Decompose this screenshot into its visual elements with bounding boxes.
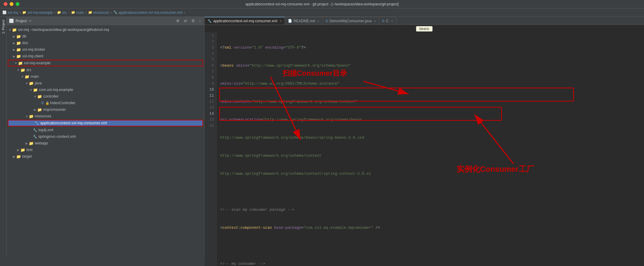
lock-icon: 🔒: [45, 101, 49, 105]
tab-c-icon: C: [382, 19, 385, 23]
tree-arrow-controller: [33, 95, 37, 98]
tree-item-xxl-mq-broker[interactable]: 📁 xxl-mq-broker: [7, 46, 204, 53]
tree-item-main[interactable]: 📁 main: [7, 73, 204, 80]
code-editor[interactable]: 1 2 3 4 5 6 7 8 9 10 11 12 13 14: [205, 32, 644, 266]
code-line-1: <?xml version="1.0" encoding="UTF-8"?>: [220, 45, 644, 51]
code-content[interactable]: <?xml version="1.0" encoding="UTF-8"?> <…: [217, 32, 644, 266]
tree-arrow-webapp: [25, 142, 29, 145]
tree-arrow-mqcomsumer: [33, 108, 37, 111]
maximize-button[interactable]: [16, 2, 19, 6]
test-folder-icon: 📁: [20, 148, 25, 152]
tree-arrow-broker: [12, 48, 16, 51]
editor-tabs: 🔧 applicationcontext-xxl-mq-consumer.xml…: [205, 17, 644, 25]
tree-label-src: src: [26, 68, 31, 72]
tree-item-xxl-mq-client[interactable]: 📁 xxl-mq-client: [7, 53, 204, 59]
project-header-actions: ⚙ ⇄ ⚙ ↕: [175, 18, 202, 24]
page-wrapper: applicationcontext-xxl-mq-consumer.xml -…: [0, 0, 644, 266]
gear-icon[interactable]: ⚙: [190, 18, 196, 24]
log4j-xml-icon: 🔧: [33, 128, 37, 132]
java-class-icon: C: [41, 101, 44, 105]
tree-label-java: java: [35, 81, 42, 85]
tree-item-appcontext-xml[interactable]: 🔧 applicationcontext-xxl-mq-consumer.xml: [8, 120, 203, 126]
breadcrumb-xml-icon: 🔧: [113, 11, 118, 14]
tree-label-test: test: [26, 148, 32, 152]
tab-xml-icon: 🔧: [208, 19, 212, 23]
view-icon[interactable]: ↕: [198, 18, 202, 24]
line-num-8: 8: [205, 75, 214, 81]
project-tree[interactable]: 📁 xxl-mq ~/workspaces/idea-git-workspace…: [7, 25, 204, 258]
appcontext-xml-icon: 🔧: [35, 121, 39, 125]
project-panel-icon: ⬜: [9, 19, 14, 23]
package-folder-icon: 📁: [33, 88, 38, 92]
tree-item-target[interactable]: 📁 target: [7, 153, 204, 160]
tree-item-package[interactable]: 📁 com.xxl.mq.example: [7, 86, 204, 93]
code-line-2: <beans xmlns="http://www.springframework…: [220, 63, 644, 69]
resources-folder-icon: 📁: [29, 114, 34, 119]
main-layout: 1: Project ⬜ Project ▼ ⚙ ⇄ ⚙ ↕: [0, 17, 644, 258]
breadcrumb-resources[interactable]: resources: [93, 11, 109, 15]
editor-wrapper: 🔧 applicationcontext-xxl-mq-consumer.xml…: [205, 17, 644, 258]
tree-label-broker: xxl-mq-broker: [22, 47, 45, 52]
code-line-6: http://www.springframework.org/schema/be…: [220, 135, 644, 141]
line-num-3: 3: [205, 45, 214, 51]
tab-java[interactable]: C DemoAMqComsumer.java ×: [323, 17, 379, 25]
tree-item-log4j[interactable]: 🔧 log4j.xml: [7, 127, 204, 133]
project-panel: ⬜ Project ▼ ⚙ ⇄ ⚙ ↕ 📁 xxl-mq ~/work: [7, 17, 205, 258]
tab-md-close[interactable]: ×: [317, 19, 319, 23]
tab-c[interactable]: C C ×: [379, 17, 396, 25]
code-line-3: xmlns:xsi="http://www.w3.org/2001/XMLSch…: [220, 81, 644, 87]
project-header-left: ⬜ Project ▼: [9, 19, 31, 23]
tree-arrow-main: [20, 75, 25, 78]
settings-icon[interactable]: ⚙: [175, 18, 181, 24]
tree-item-test[interactable]: 📁 test: [7, 147, 204, 153]
code-line-10: <!-- scan mq comsumer package -->: [220, 207, 644, 213]
line-num-12: 12: [205, 99, 214, 105]
tree-item-mqcomsumer[interactable]: 📁 mqcomsumer: [7, 106, 204, 113]
tree-arrow-package: [29, 88, 33, 92]
breadcrumb-folder-icon-2: 📁: [57, 11, 61, 14]
mqcomsumer-folder-icon: 📁: [37, 107, 42, 112]
breadcrumb-xxl-mq-example[interactable]: xxl-mq-example: [27, 11, 53, 15]
tab-java-close[interactable]: ×: [374, 19, 376, 23]
dropdown-arrow-icon[interactable]: ▼: [28, 19, 31, 23]
tree-label-appcontext-xml: applicationcontext-xxl-mq-consumer.xml: [40, 121, 107, 125]
breadcrumb-folder-icon-4: 📁: [88, 11, 92, 14]
breadcrumb-main[interactable]: main: [76, 11, 84, 15]
tab-xml[interactable]: 🔧 applicationcontext-xxl-mq-consumer.xml…: [205, 17, 285, 25]
line-num-15: 15: [205, 117, 214, 123]
tree-item-db[interactable]: 📁 db: [7, 33, 204, 40]
tree-label-doc: doc: [22, 41, 28, 45]
tree-item-springmvc[interactable]: 🔧 springmvc-context.xml: [7, 133, 204, 140]
breadcrumb-xml-file[interactable]: applicationcontext-xxl-mq-consumer.xml: [118, 11, 182, 15]
code-line-7: http://www.springframework.org/schema/co…: [220, 153, 644, 159]
tree-item-java[interactable]: 📁 java: [7, 80, 204, 86]
tab-java-label: DemoAMqComsumer.java: [330, 19, 372, 23]
tree-item-webapp[interactable]: 📁 webapp: [7, 140, 204, 147]
tree-item-doc[interactable]: 📁 doc: [7, 40, 204, 46]
close-button[interactable]: [4, 2, 7, 6]
tree-item-index-controller[interactable]: C 🔒 IndexController: [7, 100, 204, 106]
tree-item-xxl-mq-example[interactable]: 📁 xxl-mq-example: [8, 60, 203, 66]
tree-item-controller[interactable]: 📁 controller: [7, 93, 204, 100]
tab-md[interactable]: 📄 README.md ×: [285, 17, 323, 25]
tree-label-log4j: log4j.xml: [38, 128, 53, 132]
beans-badge[interactable]: beans: [416, 26, 433, 32]
broker-folder-icon: 📁: [16, 47, 21, 52]
tree-label-springmvc: springmvc-context.xml: [38, 135, 76, 139]
tree-item-resources[interactable]: 📁 resources: [7, 113, 204, 119]
tree-label-resources: resources: [35, 114, 51, 118]
tree-item-root[interactable]: 📁 xxl-mq ~/workspaces/idea-git-workspace…: [7, 26, 204, 33]
sync-icon[interactable]: ⇄: [183, 18, 188, 24]
minimize-button[interactable]: [10, 2, 13, 6]
tree-item-src[interactable]: 📁 src: [7, 67, 204, 73]
code-line-11: <context:component-scan base-package="co…: [220, 225, 644, 231]
tab-xml-close[interactable]: ×: [280, 19, 281, 23]
breadcrumb-src[interactable]: src: [62, 11, 67, 15]
springmvc-xml-icon: 🔧: [33, 135, 37, 139]
tab-c-close[interactable]: ×: [391, 19, 393, 23]
editor-area[interactable]: beans 1 2 3 4 5 6 7 8 9 10 11: [205, 25, 644, 266]
code-line-5: xsi:schemaLocation="http://www.springfra…: [220, 117, 644, 123]
sidebar-tab-project[interactable]: 1: Project: [0, 18, 6, 35]
tree-arrow-test: [16, 148, 20, 152]
breadcrumb-xxl-mq[interactable]: xxl-mq: [7, 11, 18, 15]
